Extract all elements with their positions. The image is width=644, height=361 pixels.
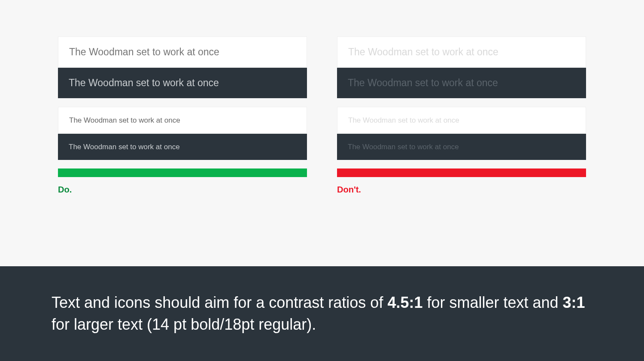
sample-large-light-low-contrast: The Woodman set to work at once: [337, 36, 586, 68]
sample-small-dark: The Woodman set to work at once: [58, 134, 307, 160]
do-large-text-group: The Woodman set to work at once The Wood…: [58, 36, 307, 98]
do-label: Do.: [58, 185, 307, 195]
guideline-part3: for larger text (14 pt bold/18pt regular…: [52, 316, 316, 333]
dont-label: Don't.: [337, 185, 586, 195]
do-column: The Woodman set to work at once The Wood…: [58, 36, 307, 195]
guideline-ratio2: 3:1: [563, 294, 585, 311]
sample-large-dark-low-contrast: The Woodman set to work at once: [337, 68, 586, 98]
guideline-part1: Text and icons should aim for a contrast…: [52, 294, 387, 311]
sample-small-light: The Woodman set to work at once: [58, 107, 307, 134]
sample-small-light-low-contrast: The Woodman set to work at once: [337, 107, 586, 134]
dont-column: The Woodman set to work at once The Wood…: [337, 36, 586, 195]
guideline-footer: Text and icons should aim for a contrast…: [0, 266, 644, 361]
guideline-part2: for smaller text and: [422, 294, 562, 311]
sample-small-dark-low-contrast: The Woodman set to work at once: [337, 134, 586, 160]
examples-section: The Woodman set to work at once The Wood…: [0, 0, 644, 266]
guideline-ratio1: 4.5:1: [387, 294, 422, 311]
do-small-text-group: The Woodman set to work at once The Wood…: [58, 107, 307, 160]
sample-large-dark: The Woodman set to work at once: [58, 68, 307, 98]
dont-large-text-group: The Woodman set to work at once The Wood…: [337, 36, 586, 98]
guideline-text: Text and icons should aim for a contrast…: [52, 292, 592, 335]
sample-large-light: The Woodman set to work at once: [58, 36, 307, 68]
dont-indicator-bar: [337, 168, 586, 177]
do-indicator-bar: [58, 168, 307, 177]
dont-small-text-group: The Woodman set to work at once The Wood…: [337, 107, 586, 160]
